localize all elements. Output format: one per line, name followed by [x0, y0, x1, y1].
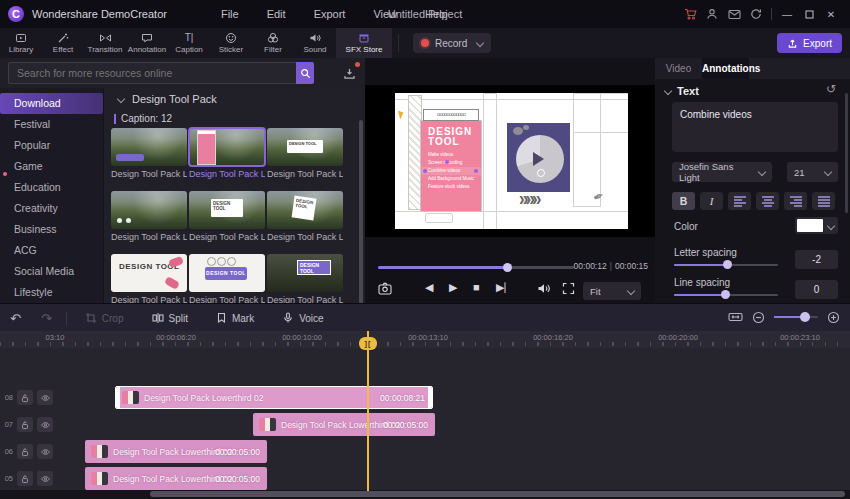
asset-cell[interactable]: DESIGN TOOL Design Tool Pack Lowert...	[267, 191, 343, 242]
asset-cell[interactable]: DESIGN TOOL Design Tool Pack Lowert...	[111, 254, 187, 303]
playback-progress-bar[interactable]	[378, 266, 574, 269]
align-left-button[interactable]	[728, 192, 751, 210]
zoom-out-button[interactable]	[752, 311, 765, 324]
text-section-header[interactable]: Text	[665, 85, 699, 97]
font-size-dropdown[interactable]: 21	[787, 162, 838, 182]
category-game[interactable]: Game	[0, 156, 103, 177]
undo-button[interactable]: ↶	[0, 311, 31, 326]
asset-cell[interactable]: DESIGN TOOL Design Tool Pack Lowert...	[189, 191, 265, 242]
sync-icon[interactable]	[745, 5, 767, 23]
asset-cell[interactable]: Design Tool Pack Lowert...	[111, 191, 187, 242]
menu-edit[interactable]: Edit	[253, 8, 300, 20]
letter-spacing-slider[interactable]	[674, 264, 778, 266]
zoom-mode-dropdown[interactable]: Fit	[583, 282, 641, 300]
category-creativity[interactable]: Creativity	[0, 198, 103, 219]
eye-icon[interactable]	[37, 390, 53, 405]
slider-handle[interactable]	[800, 312, 810, 322]
lock-icon[interactable]	[17, 471, 33, 486]
color-swatch[interactable]	[797, 219, 823, 232]
tab-sound[interactable]: Sound	[294, 28, 336, 58]
asset-thumbnail[interactable]	[111, 191, 187, 229]
font-family-dropdown[interactable]: Josefin Sans Light	[672, 162, 772, 182]
rotate-handle[interactable]	[445, 160, 449, 164]
asset-thumbnail[interactable]: DESIGN TOOL	[189, 191, 265, 229]
voice-button[interactable]: Voice	[268, 312, 337, 324]
category-lifestyle[interactable]: Lifestyle	[0, 282, 103, 303]
tab-effect[interactable]: Effect	[42, 28, 84, 58]
tab-sfx-store[interactable]: SFX Store	[336, 28, 392, 58]
asset-cell[interactable]: Design Tool Pack Lowert...	[111, 128, 187, 179]
justify-button[interactable]	[812, 192, 835, 210]
tab-sticker[interactable]: Sticker	[210, 28, 252, 58]
playhead-handle[interactable]: ][	[359, 337, 377, 350]
tab-annotations[interactable]: Annotations	[702, 58, 749, 79]
split-button[interactable]: Split	[138, 312, 202, 324]
asset-thumbnail[interactable]: DESIGN TOOL	[267, 254, 343, 292]
fit-timeline-icon[interactable]	[728, 311, 743, 323]
slider-handle[interactable]	[723, 260, 732, 269]
tab-caption[interactable]: T| Caption	[168, 28, 210, 58]
align-center-button[interactable]	[756, 192, 779, 210]
library-scrollbar[interactable]	[359, 120, 363, 303]
lock-icon[interactable]	[17, 444, 33, 459]
category-festival[interactable]: Festival	[0, 114, 103, 135]
asset-thumbnail[interactable]: DESIGN TOOL	[267, 191, 343, 229]
export-button[interactable]: Export	[777, 33, 842, 53]
asset-thumbnail[interactable]: DESIGN TOOL	[111, 254, 187, 292]
previous-frame-button[interactable]: ◀	[425, 281, 433, 294]
eye-icon[interactable]	[37, 444, 53, 459]
maximize-button[interactable]	[798, 5, 820, 23]
crop-button[interactable]: Crop	[71, 312, 138, 324]
reset-icon[interactable]: ↺	[826, 82, 836, 96]
poster-panel[interactable]: oooooooooooo DESIGN TOOL Make videos Scr…	[420, 120, 482, 212]
category-business[interactable]: Business	[0, 219, 103, 240]
italic-button[interactable]: I	[700, 192, 723, 210]
timeline-clip[interactable]: Design Tool Pack Lowerthird 02 00:00:05:…	[85, 467, 267, 490]
preview-canvas[interactable]: oooooooooooo DESIGN TOOL Make videos Scr…	[365, 85, 655, 237]
tab-library[interactable]: Library	[0, 28, 42, 58]
category-download[interactable]: Download	[0, 93, 103, 114]
timeline-hscrollbar[interactable]	[0, 490, 850, 499]
eye-icon[interactable]	[37, 417, 53, 432]
asset-cell[interactable]: DESIGN TOOL Design Tool Pack Lowert...	[189, 254, 265, 303]
close-button[interactable]: ✕	[820, 5, 842, 23]
stop-button[interactable]: ■	[473, 281, 480, 293]
play-button[interactable]: ▶	[449, 281, 457, 294]
category-popular[interactable]: Popular	[0, 135, 103, 156]
slider-handle[interactable]	[721, 290, 730, 299]
asset-thumbnail[interactable]: DESIGN TOOL	[189, 254, 265, 292]
timeline-clip-selected[interactable]: Design Tool Pack Lowerthird 02 00:00:08:…	[115, 386, 433, 409]
menu-export[interactable]: Export	[300, 8, 360, 20]
zoom-in-button[interactable]	[827, 311, 840, 324]
category-acg[interactable]: ACG	[0, 240, 103, 261]
cart-icon[interactable]	[679, 5, 701, 23]
asset-cell[interactable]: DESIGN TOOL Design Tool Pack Lowert...	[267, 128, 343, 179]
inspector-scrollbar[interactable]	[845, 93, 848, 213]
bold-button[interactable]: B	[672, 192, 695, 210]
tab-filter[interactable]: Filter	[252, 28, 294, 58]
timeline-zoom-slider[interactable]	[774, 316, 818, 318]
asset-thumbnail[interactable]	[111, 128, 187, 166]
account-icon[interactable]	[701, 5, 723, 23]
letter-spacing-value[interactable]: -2	[795, 250, 838, 269]
line-spacing-value[interactable]: 0	[795, 280, 838, 299]
asset-cell-selected[interactable]: Design Tool Pack Lowert...	[189, 128, 265, 179]
snapshot-button[interactable]	[378, 282, 392, 295]
volume-button[interactable]	[537, 282, 551, 295]
tab-annotation[interactable]: Annotation	[126, 28, 168, 58]
timeline-clip[interactable]: Design Tool Pack Lowerthird 02 00:00:05:…	[253, 413, 435, 436]
tab-video[interactable]: Video	[655, 58, 702, 79]
download-manager-button[interactable]	[336, 62, 362, 84]
video-frame[interactable]: oooooooooooo DESIGN TOOL Make videos Scr…	[395, 93, 628, 229]
category-social-media[interactable]: Social Media	[0, 261, 103, 282]
redo-button[interactable]: ↷	[31, 311, 62, 326]
selection-handle[interactable]	[423, 169, 427, 173]
lock-icon[interactable]	[17, 417, 33, 432]
mark-button[interactable]: Mark	[202, 312, 268, 324]
caption-text-input[interactable]: Combine videos	[672, 102, 838, 152]
selection-handle[interactable]	[474, 169, 478, 173]
category-education[interactable]: Education	[0, 177, 103, 198]
pack-group-header[interactable]: Design Tool Pack	[118, 93, 217, 105]
timeline-ruler[interactable]: 03:10 00:00:06:20 00:00:10:00 00:00:13:1…	[0, 331, 850, 348]
asset-cell[interactable]: DESIGN TOOL Design Tool Pack Lowert...	[267, 254, 343, 303]
